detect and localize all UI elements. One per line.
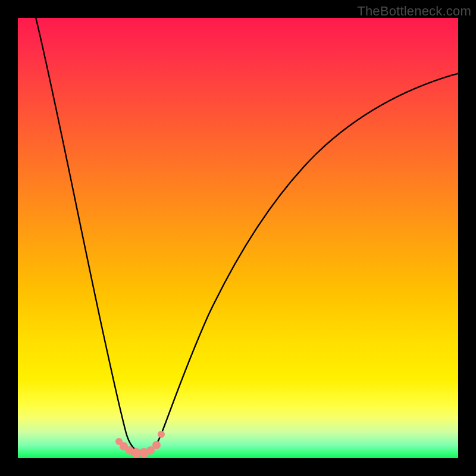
bottleneck-curve-svg — [18, 18, 458, 458]
curve-left-branch — [35, 18, 139, 452]
chart-frame: TheBottleneck.com — [0, 0, 476, 476]
curve-right-branch — [148, 73, 458, 452]
plot-area — [18, 18, 458, 458]
valley-dots — [115, 431, 165, 458]
dot — [152, 441, 161, 449]
watermark-text: TheBottleneck.com — [357, 4, 471, 19]
dot — [158, 431, 165, 438]
